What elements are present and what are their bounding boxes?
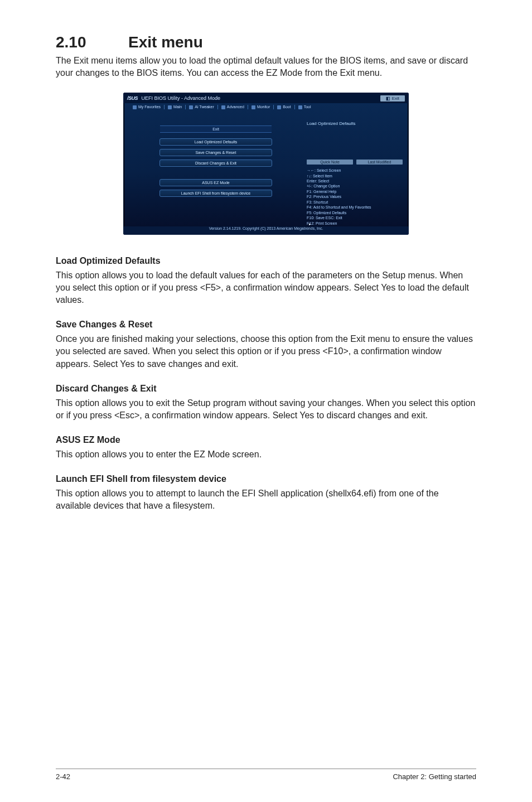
- tab-label: Main: [173, 105, 182, 109]
- tab-monitor[interactable]: Monitor: [248, 105, 274, 109]
- tab-advanced[interactable]: Advanced: [218, 105, 248, 109]
- exit-badge-icon: ◧: [386, 96, 390, 101]
- sub-heading: Discard Changes & Exit: [56, 384, 476, 394]
- last-modified-button[interactable]: Last Modified: [356, 160, 403, 165]
- bios-screenshot: /SUS UEFI BIOS Utility - Advanced Mode ◧…: [123, 93, 409, 235]
- section-title: Exit menu: [128, 33, 203, 51]
- sub-heading: ASUS EZ Mode: [56, 435, 476, 445]
- page-footer: 2-42 Chapter 2: Getting started: [56, 769, 476, 781]
- bios-btn-load-defaults[interactable]: Load Optimized Defaults: [159, 138, 272, 146]
- sub-body: This option allows you to exit the Setup…: [56, 397, 476, 422]
- tab-label: Tool: [304, 105, 311, 109]
- bios-header: /SUS UEFI BIOS Utility - Advanced Mode ◧…: [124, 93, 408, 103]
- intro-paragraph: The Exit menu items allow you to load th…: [56, 55, 476, 79]
- tab-ai-tweaker[interactable]: Ai Tweaker: [186, 105, 218, 109]
- star-icon: [133, 105, 137, 109]
- bios-footer-text: Version 2.14.1219. Copyright (C) 2013 Am…: [209, 226, 323, 230]
- bios-left-panel: Exit Load Optimized Defaults Save Change…: [129, 115, 302, 224]
- bios-left-header: Exit: [160, 125, 272, 133]
- power-icon: [277, 105, 281, 109]
- tab-my-favorites[interactable]: My Favorites: [129, 105, 165, 109]
- bios-btn-save-reset[interactable]: Save Changes & Reset: [159, 149, 272, 156]
- section-number: 2.10: [56, 33, 128, 51]
- sub-body: Once you are finished making your select…: [56, 333, 476, 370]
- asus-logo: /SUS: [127, 95, 138, 101]
- bios-header-title: UEFI BIOS Utility - Advanced Mode: [142, 95, 221, 101]
- quick-note-button[interactable]: Quick Note: [307, 160, 353, 165]
- sliders-icon: [189, 105, 193, 109]
- bios-key-help: →←: Select Screen ↑↓: Select Item Enter:…: [307, 168, 403, 226]
- section-heading: 2.10Exit menu: [56, 33, 476, 51]
- tab-label: Boot: [283, 105, 291, 109]
- chapter-label: Chapter 2: Getting started: [393, 772, 476, 781]
- sub-body: This option allows you to enter the EZ M…: [56, 448, 476, 461]
- bios-exit-button-top[interactable]: ◧ Exit: [380, 95, 405, 102]
- tab-label: Ai Tweaker: [195, 105, 214, 109]
- bios-tabs: My Favorites Main Ai Tweaker Advanced Mo…: [124, 103, 408, 113]
- sub-body: This option allows you to attempt to lau…: [56, 487, 476, 512]
- tab-label: My Favorites: [138, 105, 161, 109]
- chip-icon: [221, 105, 225, 109]
- bios-btn-discard-exit[interactable]: Discard Changes & Exit: [159, 160, 272, 167]
- sub-heading: Load Optimized Defaults: [56, 256, 476, 266]
- chevron-right-icon: ▸: [309, 222, 311, 226]
- bios-btn-ez-mode[interactable]: ASUS EZ Mode: [159, 179, 272, 186]
- sub-body: This option allows you to load the defau…: [56, 269, 476, 306]
- tab-main[interactable]: Main: [165, 105, 186, 109]
- tab-label: Monitor: [257, 105, 270, 109]
- sub-heading: Launch EFI Shell from filesystem device: [56, 474, 476, 484]
- tab-label: Advanced: [227, 105, 244, 109]
- menu-icon: [168, 105, 172, 109]
- sub-heading: Save Changes & Reset: [56, 320, 476, 330]
- tab-boot[interactable]: Boot: [274, 105, 294, 109]
- bios-help-text: Load Optimized Defaults: [307, 119, 403, 160]
- page-number: 2-42: [56, 772, 70, 781]
- bios-right-panel: Load Optimized Defaults Quick Note Last …: [302, 115, 403, 224]
- bios-footer: ▸ Version 2.14.1219. Copyright (C) 2013 …: [124, 226, 408, 234]
- monitor-icon: [252, 105, 255, 109]
- bios-btn-efi-shell[interactable]: Launch EFI Shell from filesystem device: [159, 190, 272, 197]
- tab-tool[interactable]: Tool: [295, 105, 315, 109]
- bios-exit-label: Exit: [392, 96, 399, 101]
- toolbox-icon: [298, 105, 302, 109]
